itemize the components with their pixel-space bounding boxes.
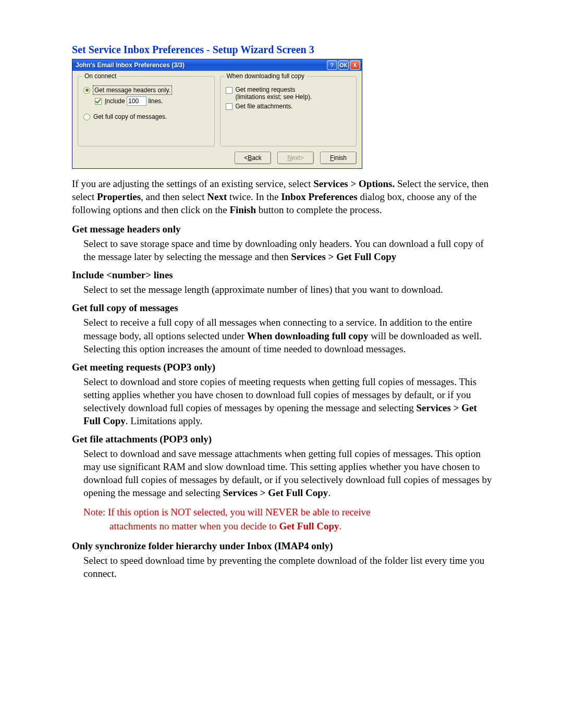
def-meeting-requests-heading: Get meeting requests (POP3 only) — [72, 362, 493, 373]
full-copy-legend: When downloading full copy — [225, 72, 307, 80]
radio-full-label: Get full copy of messages. — [93, 113, 167, 120]
ok-button[interactable]: OK — [338, 60, 349, 70]
checkbox-icon — [95, 98, 102, 105]
section-heading: Set Service Inbox Preferences - Setup Wi… — [72, 44, 493, 56]
back-button[interactable]: <Back Back — [235, 152, 271, 164]
on-connect-group: On connect Get message headers only. IIn… — [78, 76, 215, 146]
def-meeting-requests-body: Select to download and store copies of m… — [83, 375, 493, 427]
def-headers-only-heading: Get message headers only — [72, 224, 493, 235]
include-post: lines. — [148, 97, 163, 105]
checkbox-icon — [226, 87, 232, 94]
def-full-copy-body: Select to receive a full copy of all mes… — [83, 316, 493, 355]
file-attachments-label: Get file attachments. — [236, 103, 293, 110]
checkbox-icon — [226, 103, 232, 110]
dialog-title: John's Email Inbox Preferences (3/3) — [76, 61, 327, 69]
wizard-button-row: <Back Back Next> Next Finish Finish — [72, 150, 362, 168]
check-meeting-requests[interactable]: Get meeting requests (limitations exist;… — [226, 86, 351, 101]
full-copy-group: When downloading full copy Get meeting r… — [220, 76, 357, 146]
help-button[interactable]: ? — [327, 60, 337, 70]
finish-button[interactable]: Finish Finish — [320, 152, 357, 164]
check-file-attachments[interactable]: Get file attachments. — [226, 103, 351, 110]
def-full-copy-heading: Get full copy of messages — [72, 302, 493, 314]
include-lines-row[interactable]: IIncludenclude 100 lines. — [95, 96, 209, 106]
attachment-warning-note: Note: If this option is NOT selected, yo… — [83, 505, 493, 533]
def-include-lines-heading: Include <number> lines — [72, 269, 493, 281]
radio-full-copy[interactable]: Get full copy of messages. — [83, 113, 209, 120]
next-button[interactable]: Next> Next — [277, 152, 314, 164]
def-sync-hierarchy-heading: Only synchronize folder hierarchy under … — [72, 540, 493, 552]
radio-headers-label: Get message headers only. — [93, 86, 172, 94]
intro-paragraph: If you are adjusting the settings of an … — [72, 177, 493, 216]
on-connect-legend: On connect — [82, 72, 118, 80]
radio-icon — [83, 87, 90, 94]
def-headers-only-body: Select to save storage space and time by… — [83, 237, 493, 263]
def-file-attachments-heading: Get file attachments (POP3 only) — [72, 434, 493, 445]
dialog-titlebar: John's Email Inbox Preferences (3/3) ? O… — [72, 59, 362, 71]
radio-icon — [83, 114, 90, 120]
def-include-lines-body: Select to set the message length (approx… — [83, 283, 493, 296]
radio-headers-only[interactable]: Get message headers only. — [83, 86, 209, 94]
def-sync-hierarchy-body: Select to speed download time by prevent… — [83, 554, 493, 580]
inbox-preferences-dialog: John's Email Inbox Preferences (3/3) ? O… — [72, 59, 362, 169]
meeting-requests-label: Get meeting requests (limitations exist;… — [236, 86, 312, 101]
close-button[interactable]: X — [350, 60, 360, 70]
include-lines-input[interactable]: 100 — [127, 96, 146, 106]
include-pre: IIncludenclude — [105, 97, 125, 105]
def-file-attachments-body: Select to download and save message atta… — [83, 447, 493, 499]
